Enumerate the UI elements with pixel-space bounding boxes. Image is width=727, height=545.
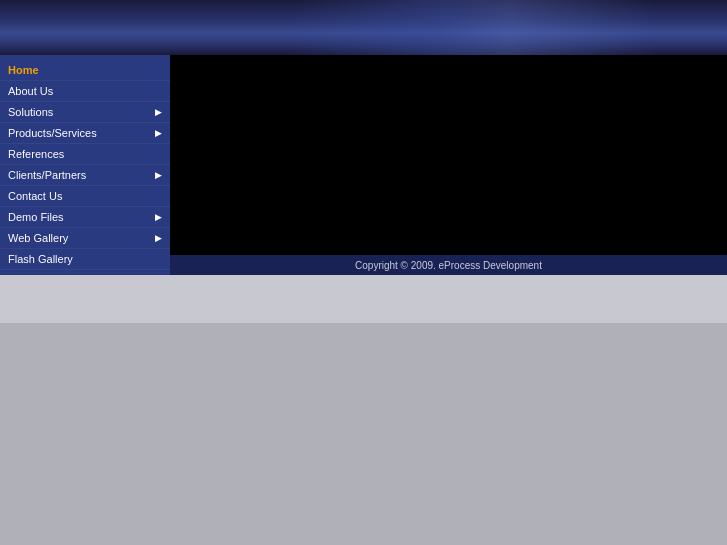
sidebar-item-home[interactable]: Home — [0, 60, 170, 81]
footer — [0, 275, 727, 323]
submenu-arrow-icon: ▶ — [155, 212, 162, 222]
sidebar-item-label-home: Home — [8, 64, 39, 76]
sidebar-item-clients[interactable]: Clients/Partners▶ — [0, 165, 170, 186]
submenu-arrow-icon: ▶ — [155, 170, 162, 180]
sidebar-item-demo[interactable]: Demo Files▶ — [0, 207, 170, 228]
content-area: Copyright © 2009. eProcess Development — [170, 55, 727, 275]
sidebar-item-web-gallery[interactable]: Web Gallery▶ — [0, 228, 170, 249]
top-banner — [0, 0, 727, 55]
sidebar-item-label-flash-gallery: Flash Gallery — [8, 253, 73, 265]
submenu-arrow-icon: ▶ — [155, 128, 162, 138]
sidebar-item-solutions[interactable]: Solutions▶ — [0, 102, 170, 123]
sidebar-item-label-products: Products/Services — [8, 127, 97, 139]
sidebar-item-label-demo: Demo Files — [8, 211, 64, 223]
sidebar-item-references[interactable]: References — [0, 144, 170, 165]
sidebar-item-label-web-gallery: Web Gallery — [8, 232, 68, 244]
sidebar-item-label-about: About Us — [8, 85, 53, 97]
sidebar-item-contact[interactable]: Contact Us — [0, 186, 170, 207]
sidebar-item-label-solutions: Solutions — [8, 106, 53, 118]
sidebar-item-label-contact: Contact Us — [8, 190, 62, 202]
sidebar: HomeAbout UsSolutions▶Products/Services▶… — [0, 55, 170, 275]
outer-container: HomeAbout UsSolutions▶Products/Services▶… — [0, 55, 727, 275]
submenu-arrow-icon: ▶ — [155, 233, 162, 243]
sidebar-item-label-references: References — [8, 148, 64, 160]
sidebar-item-products[interactable]: Products/Services▶ — [0, 123, 170, 144]
copyright-text: Copyright © 2009. eProcess Development — [355, 260, 542, 271]
sidebar-item-about[interactable]: About Us — [0, 81, 170, 102]
sidebar-item-flash-gallery[interactable]: Flash Gallery — [0, 249, 170, 270]
sidebar-item-label-clients: Clients/Partners — [8, 169, 86, 181]
inner-container: HomeAbout UsSolutions▶Products/Services▶… — [0, 55, 727, 275]
copyright-bar: Copyright © 2009. eProcess Development — [170, 255, 727, 275]
submenu-arrow-icon: ▶ — [155, 107, 162, 117]
